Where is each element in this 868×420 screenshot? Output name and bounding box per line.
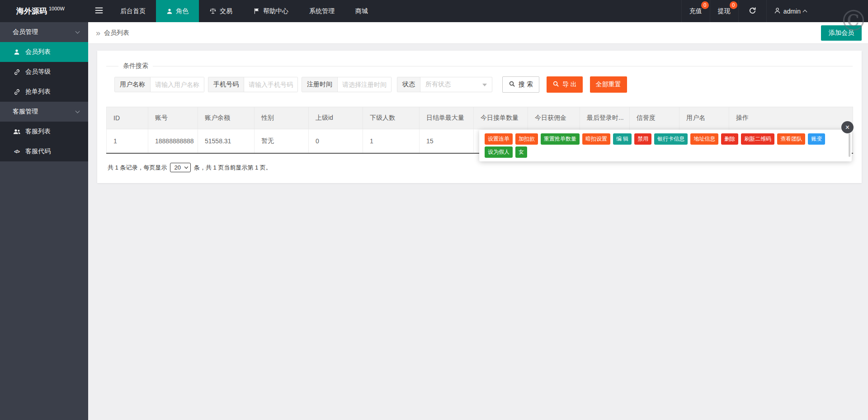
content-card: 条件搜索 用户名称 手机号码 注册时间 状态 所有状态 (97, 51, 862, 183)
popup-action-button[interactable]: 设为假人 (485, 146, 513, 158)
reset-button[interactable]: 全部重置 (590, 76, 627, 93)
app-title: 海外源码 (16, 6, 47, 16)
chevron-down-icon (75, 109, 80, 113)
menu-toggle-button[interactable] (88, 0, 110, 22)
chevron-down-icon (75, 29, 80, 33)
user-menu[interactable]: admin (766, 0, 814, 22)
popup-action-button[interactable]: 重置抢单数量 (541, 133, 580, 145)
popup-action-button[interactable]: 加扣款 (515, 133, 538, 145)
popup-action-button[interactable]: 查看团队 (777, 133, 805, 145)
nav-menu: 后台首页角色交易帮助中心系统管理商城 (110, 0, 378, 22)
popup-action-button[interactable]: 女 (515, 146, 527, 158)
flag-icon (253, 8, 260, 14)
table-cell: 暂无 (255, 129, 309, 154)
sidebar-item[interactable]: 客服列表 (0, 122, 88, 142)
popup-action-button[interactable]: 暗扣设置 (582, 133, 610, 145)
sidebar-item-label: 会员列表 (25, 48, 51, 56)
popup-action-button[interactable]: 禁用 (634, 133, 651, 145)
withdraw-label: 提现 (718, 7, 731, 15)
nav-menu-item[interactable]: 后台首页 (110, 0, 156, 22)
sidebar-group-title[interactable]: 客服管理 (0, 102, 88, 122)
link-icon (13, 69, 21, 76)
top-navbar: 海外源码1000W 后台首页角色交易帮助中心系统管理商城 充值 0 提现 0 a… (0, 0, 868, 22)
code-icon: </> (13, 149, 21, 154)
popup-action-button[interactable]: 删除 (721, 133, 738, 145)
nav-menu-item[interactable]: 交易 (199, 0, 243, 22)
double-chevron-icon: » (96, 29, 100, 37)
sidebar: 会员管理会员列表会员等级抢单列表客服管理客服列表</>客服代码 (0, 22, 88, 420)
sidebar-group-title[interactable]: 会员管理 (0, 22, 88, 42)
status-select[interactable]: 所有状态 (420, 77, 492, 92)
page-title: 会员列表 (104, 29, 129, 37)
page-size-select[interactable]: 20 (170, 163, 190, 172)
popup-action-button[interactable]: 编 辑 (613, 133, 632, 145)
page-size-value: 20 (174, 164, 180, 171)
export-button-label: 导 出 (562, 80, 577, 89)
nav-menu-item[interactable]: 商城 (345, 0, 378, 22)
refresh-icon (749, 7, 756, 16)
refresh-button[interactable] (738, 0, 766, 22)
column-header: 今日获佣金 (528, 107, 580, 129)
popup-action-button[interactable]: 账变 (808, 133, 825, 145)
nav-menu-item[interactable]: 角色 (156, 0, 199, 22)
nav-menu-item[interactable]: 帮助中心 (243, 0, 299, 22)
close-icon[interactable]: × (841, 121, 854, 133)
nav-item-label: 交易 (220, 7, 232, 15)
main-content: » 会员列表 添加会员 条件搜索 用户名称 手机号码 注册时间 (88, 22, 868, 420)
table-cell: 18888888888 (148, 129, 198, 154)
popup-action-button[interactable]: 设置连单 (485, 133, 513, 145)
column-header: 上级id (309, 107, 363, 129)
chevron-up-icon (803, 10, 807, 14)
person-icon (13, 49, 21, 55)
nav-item-label: 后台首页 (120, 7, 146, 15)
status-field-label: 状态 (397, 77, 420, 92)
export-button[interactable]: 导 出 (547, 76, 583, 93)
phone-field-label: 手机号码 (208, 77, 244, 92)
pagination-suffix: 条，共 1 页当前显示第 1 页。 (194, 164, 272, 172)
sidebar-item-label: 会员等级 (25, 68, 51, 76)
status-field-group: 状态 所有状态 (397, 77, 492, 92)
sidebar-item[interactable]: 抢单列表 (0, 82, 88, 102)
logo-badge: 1000W (49, 6, 65, 11)
recharge-button[interactable]: 充值 0 (681, 0, 710, 22)
pagination: 共 1 条记录，每页显示 20 条，共 1 页当前显示第 1 页。 (106, 163, 853, 172)
nav-menu-item[interactable]: 系统管理 (299, 0, 345, 22)
popup-action-button[interactable]: 地址信息 (690, 133, 718, 145)
search-icon (552, 80, 559, 89)
sidebar-group-label: 客服管理 (13, 108, 38, 116)
table-cell: 0 (309, 129, 363, 154)
column-header: 账户余额 (198, 107, 255, 129)
column-header: 最后登录时... (580, 107, 630, 129)
username-input[interactable] (151, 77, 204, 92)
withdraw-button[interactable]: 提现 0 (710, 0, 738, 22)
scales-icon (209, 8, 217, 14)
breadcrumb-bar: » 会员列表 添加会员 (88, 22, 868, 44)
phone-input[interactable] (244, 77, 297, 92)
search-button[interactable]: 搜 索 (502, 76, 539, 93)
search-legend: 条件搜索 (118, 62, 153, 70)
register-time-field-label: 注册时间 (302, 77, 338, 92)
popup-action-button[interactable]: 刷新二维码 (741, 133, 774, 145)
nav-item-label: 帮助中心 (263, 7, 288, 15)
phone-field-group: 手机号码 (208, 77, 298, 92)
table-cell: 15 (420, 129, 474, 154)
popup-action-button[interactable]: 银行卡信息 (654, 133, 688, 145)
column-header: 下级人数 (363, 107, 420, 129)
sidebar-item[interactable]: 会员列表 (0, 42, 88, 62)
column-header: 性别 (255, 107, 309, 129)
sidebar-item[interactable]: </>客服代码 (0, 142, 88, 161)
column-header: 用户名 (679, 107, 729, 129)
chevron-down-icon (184, 165, 188, 169)
add-member-button[interactable]: 添加会员 (821, 25, 862, 41)
register-time-input[interactable] (338, 77, 391, 92)
sidebar-item-label: 抢单列表 (25, 88, 51, 96)
users-icon (13, 129, 21, 135)
nav-item-label: 系统管理 (309, 7, 335, 15)
sidebar-item[interactable]: 会员等级 (0, 62, 88, 82)
sidebar-menu: 会员管理会员列表会员等级抢单列表客服管理客服列表</>客服代码 (0, 22, 88, 161)
search-icon (509, 80, 515, 89)
table-cell: 1 (107, 129, 148, 154)
sidebar-item-label: 客服代码 (25, 147, 51, 156)
hamburger-icon (95, 7, 103, 15)
popup-scrollbar[interactable] (849, 133, 850, 157)
